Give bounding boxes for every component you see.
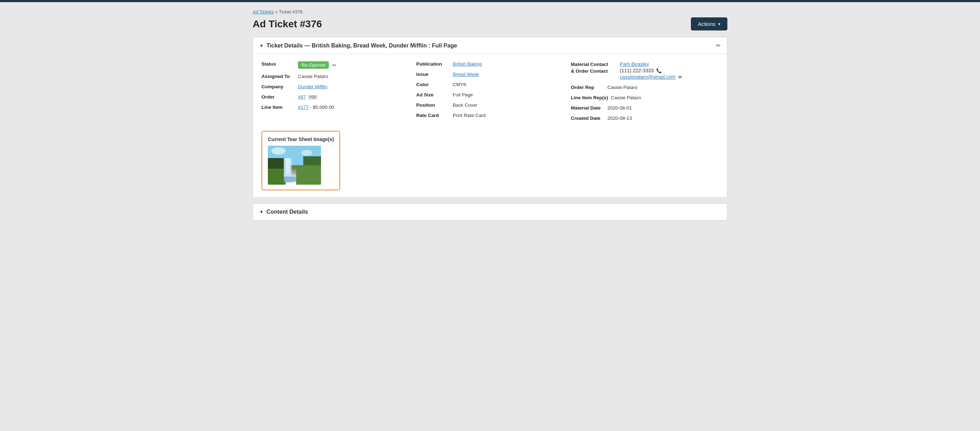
status-label: Status	[261, 61, 295, 67]
tear-sheet-box: Current Tear Sheet Image(s)	[261, 131, 340, 190]
created-date-value: 2020-08-13	[607, 115, 632, 121]
actions-button[interactable]: Actions ▾	[691, 18, 727, 30]
line-item-value: #177 - $5,000.00	[298, 105, 334, 110]
phone-icon: 📞	[656, 68, 662, 73]
ad-size-label: Ad Size	[416, 92, 450, 97]
order-rep-label: Order Rep	[571, 85, 605, 90]
publication-row: Publication British Baking	[416, 61, 564, 67]
svg-point-2	[302, 150, 312, 156]
position-value: Back Cover	[453, 102, 477, 108]
material-contact-label: Material Contact& Order Contact	[571, 62, 608, 74]
order-link[interactable]: #87	[298, 94, 306, 100]
rate-card-row: Rate Card Print Rate Card	[416, 113, 564, 118]
pdf-icon[interactable]: PDF	[308, 95, 317, 100]
content-details-collapse-icon[interactable]: ▼	[259, 209, 264, 214]
email-icon: ✉	[678, 74, 682, 80]
company-label: Company	[261, 84, 295, 89]
status-edit-icon[interactable]: ✏	[332, 62, 337, 68]
content-details-card: ▼ Content Details	[253, 203, 727, 220]
ad-size-value: Full Page	[453, 92, 473, 97]
position-row: Position Back Cover	[416, 102, 564, 108]
tear-sheet-title: Current Tear Sheet Image(s)	[268, 136, 334, 142]
created-date-label: Created Date	[571, 115, 605, 121]
actions-label: Actions	[698, 21, 715, 27]
issue-link[interactable]: Bread Week	[453, 72, 479, 77]
material-contact-row: Material Contact& Order Contact Pam Beas…	[571, 61, 719, 80]
svg-rect-10	[296, 165, 321, 185]
tear-sheet-image[interactable]	[268, 146, 321, 185]
contact-name: Pam Beasley	[620, 61, 682, 67]
chevron-down-icon: ▾	[718, 22, 720, 27]
contact-email: cassiepataro@gmail.com ✉	[620, 74, 682, 80]
color-value: CMYK	[453, 82, 467, 87]
material-date-label: Material Date	[571, 105, 605, 110]
order-row: Order #87 PDF	[261, 94, 409, 100]
detail-section-left: Status Re-Opened ✏ Assigned To Cassie Pa…	[261, 61, 409, 126]
status-row: Status Re-Opened ✏	[261, 61, 409, 69]
publication-label: Publication	[416, 61, 450, 67]
company-link[interactable]: Dunder Mifflin	[298, 84, 328, 89]
contact-name-link[interactable]: Pam Beasley	[620, 61, 649, 67]
contact-phone: (111) 222-3333 📞	[620, 68, 682, 73]
assigned-to-row: Assigned To Cassie Pataro	[261, 74, 409, 79]
svg-point-1	[271, 147, 286, 155]
svg-rect-11	[268, 171, 284, 185]
breadcrumb-current: Ticket #376	[279, 9, 302, 14]
material-date-value: 2020-08-01	[607, 105, 632, 110]
line-item-suffix: - $5,000.00	[310, 105, 334, 110]
page-title: Ad Ticket #376	[253, 18, 322, 30]
order-rep-row: Order Rep Cassie Pataro	[571, 85, 719, 90]
color-row: Color CMYK	[416, 82, 564, 87]
ticket-details-header: ▼ Ticket Details — British Baking, Bread…	[253, 37, 727, 54]
publication-value: British Baking	[453, 61, 482, 67]
page-header: Ad Ticket #376 Actions ▾	[253, 18, 727, 30]
material-contact-label-col: Material Contact& Order Contact	[571, 61, 617, 75]
company-value: Dunder Mifflin	[298, 84, 328, 89]
ad-size-row: Ad Size Full Page	[416, 92, 564, 97]
line-item-label: Line Item	[261, 105, 295, 110]
contact-values: Pam Beasley (111) 222-3333 📞 cassiepatar…	[620, 61, 682, 80]
assigned-to-value: Cassie Pataro	[298, 74, 328, 79]
publication-link[interactable]: British Baking	[453, 61, 482, 67]
issue-label: Issue	[416, 72, 450, 77]
order-rep-value: Cassie Pataro	[607, 85, 637, 90]
line-item-row: Line Item #177 - $5,000.00	[261, 105, 409, 110]
breadcrumb-separator: »	[275, 9, 278, 14]
detail-section-middle: Publication British Baking Issue Bread W…	[416, 61, 564, 126]
collapse-icon[interactable]: ▼	[259, 43, 264, 48]
order-label: Order	[261, 94, 295, 100]
issue-row: Issue Bread Week	[416, 72, 564, 77]
line-item-rep-value: Cassie Pataro	[611, 95, 641, 100]
company-row: Company Dunder Mifflin	[261, 84, 409, 89]
content-details-title: Content Details	[266, 209, 308, 215]
rate-card-label: Rate Card	[416, 113, 450, 118]
status-badge: Re-Opened	[298, 61, 329, 69]
issue-value: Bread Week	[453, 72, 479, 77]
line-item-link[interactable]: #177	[298, 105, 309, 110]
card-header-left: ▼ Ticket Details — British Baking, Bread…	[259, 43, 457, 49]
svg-rect-5	[268, 158, 284, 169]
line-item-rep-label: Line Item Rep(s)	[571, 95, 608, 100]
breadcrumb: Ad Tickets » Ticket #376	[253, 9, 727, 14]
edit-icon[interactable]: ✏	[716, 42, 721, 49]
material-date-row: Material Date 2020-08-01	[571, 105, 719, 110]
breadcrumb-link[interactable]: Ad Tickets	[253, 9, 274, 14]
assigned-to-label: Assigned To	[261, 74, 295, 79]
position-label: Position	[416, 102, 450, 108]
color-label: Color	[416, 82, 450, 87]
status-value-row: Re-Opened ✏	[298, 61, 337, 69]
content-details-header: ▼ Content Details	[253, 204, 727, 220]
rate-card-value: Print Rate Card	[453, 113, 486, 118]
ticket-details-title: Ticket Details — British Baking, Bread W…	[266, 43, 457, 49]
line-item-rep-row: Line Item Rep(s) Cassie Pataro	[571, 95, 719, 100]
created-date-row: Created Date 2020-08-13	[571, 115, 719, 121]
ticket-details-body: Status Re-Opened ✏ Assigned To Cassie Pa…	[253, 54, 727, 198]
contact-email-link[interactable]: cassiepataro@gmail.com	[620, 74, 675, 80]
ticket-details-card: ▼ Ticket Details — British Baking, Bread…	[253, 37, 727, 198]
details-grid: Status Re-Opened ✏ Assigned To Cassie Pa…	[261, 61, 719, 126]
detail-section-right: Material Contact& Order Contact Pam Beas…	[571, 61, 719, 126]
order-value: #87 PDF	[298, 94, 317, 100]
